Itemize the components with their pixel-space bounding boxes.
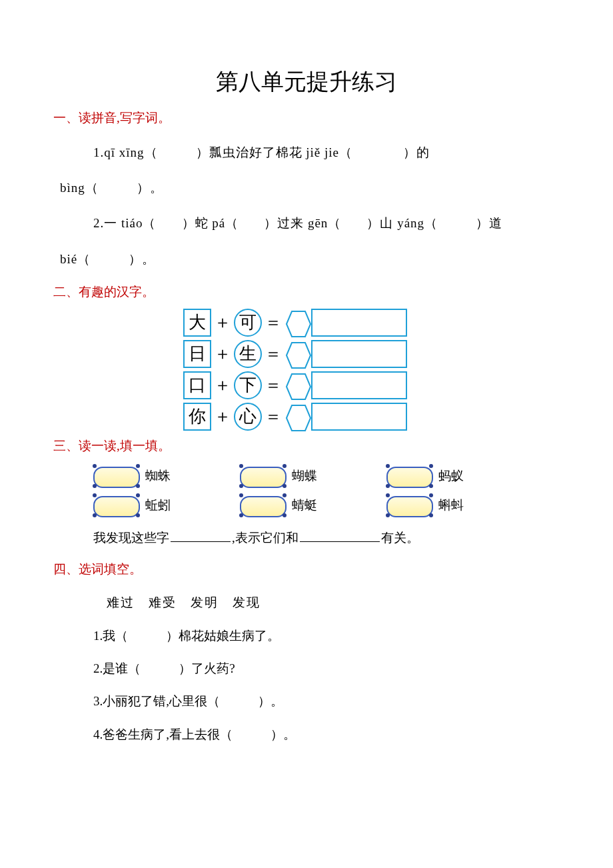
s4-q3-b: ）。	[258, 694, 283, 708]
s4-q3-a: 3.小丽犯了错,心里很（	[93, 694, 220, 708]
s1-line1: 1.qī xīng（ ）瓢虫治好了棉花 jiě jie（ ）的	[93, 135, 560, 170]
puzzle-row: 大 ＋ 可 ＝	[183, 309, 430, 337]
plus-icon: ＋	[214, 311, 231, 334]
plus-icon: ＋	[214, 373, 231, 397]
equals-icon: ＝	[265, 373, 282, 397]
bug-row: 蚯蚓 蜻蜓 蝌蚪	[93, 492, 560, 519]
puzzle-row: 你 ＋ 心 ＝	[183, 403, 430, 431]
s1-l1-d: bìng（	[60, 181, 99, 195]
hexagon-icon	[286, 341, 308, 367]
s4-q4: 4.爸爸生病了,看上去很（ ）。	[93, 718, 560, 751]
equals-icon: ＝	[265, 342, 282, 365]
pz-right: 下	[234, 371, 262, 399]
bug-label: 蜻蜓	[292, 497, 317, 514]
bug-label: 蚯蚓	[145, 497, 171, 514]
bug-icon	[386, 492, 437, 519]
section-3-head: 三、读一读,填一填。	[53, 437, 560, 455]
bug-item: 蜘蛛	[93, 463, 213, 489]
s1-l2-d: ）山 yáng（	[366, 216, 438, 230]
bug-label: 蜘蛛	[145, 467, 171, 485]
pz-right: 心	[234, 403, 262, 431]
s3-fill-b: ,表示它们和	[232, 531, 299, 545]
s1-l2-f: bié（	[60, 252, 91, 266]
answer-blank[interactable]	[311, 309, 407, 337]
pz-right: 可	[234, 309, 262, 337]
bug-label: 蝌蚪	[438, 497, 464, 514]
section-1-head: 一、读拼音,写字词。	[53, 109, 560, 127]
s1-l2-c: ）过来 gēn（	[264, 216, 341, 230]
pz-left: 日	[183, 340, 211, 368]
hexagon-icon	[286, 404, 308, 429]
puzzle-row: 日 ＋ 生 ＝	[183, 340, 430, 368]
s1-l2-g: ）。	[129, 252, 155, 266]
s1-l2-e: ）道	[476, 216, 502, 230]
s4-q1-b: ）棉花姑娘生病了。	[166, 629, 280, 643]
fill-blank[interactable]	[300, 529, 380, 542]
bug-item: 蚯蚓	[93, 492, 213, 519]
s3-fill-c: 有关。	[381, 531, 419, 545]
s1-l1-e: ）。	[137, 181, 163, 195]
s4-q2-a: 2.是谁（	[93, 661, 141, 675]
bug-item: 蜻蜓	[240, 492, 360, 519]
pz-left: 口	[183, 371, 211, 399]
equals-icon: ＝	[265, 311, 282, 334]
fill-blank[interactable]	[171, 529, 231, 542]
answer-blank[interactable]	[311, 340, 407, 368]
s1-l2-b: ）蛇 pá（	[182, 216, 239, 230]
s3-fill-a: 我发现这些字	[93, 531, 169, 545]
section-2-head: 二、有趣的汉字。	[53, 283, 560, 301]
hexagon-icon	[286, 310, 308, 335]
plus-icon: ＋	[214, 405, 231, 428]
s1-line2: 2.一 tiáo（ ）蛇 pá（ ）过来 gēn（ ）山 yáng（ ）道	[93, 205, 560, 241]
svg-marker-0	[287, 311, 310, 337]
bug-item: 蝴蝶	[240, 463, 360, 489]
s4-q1-a: 1.我（	[93, 629, 128, 643]
s1-l1-a: 1.qī xīng（	[93, 145, 158, 159]
section-4-head: 四、选词填空。	[53, 561, 560, 578]
bug-item: 蚂蚁	[386, 463, 506, 489]
s4-q4-b: ）。	[271, 727, 296, 741]
pz-left: 大	[183, 309, 211, 337]
char-puzzles: 大 ＋ 可 ＝ 日 ＋ 生 ＝ 口 ＋ 下 ＝ 你 ＋ 心	[183, 309, 430, 431]
bug-label: 蝴蝶	[292, 467, 317, 485]
word-bank: 难过 难受 发明 发现	[107, 586, 560, 619]
s1-l2-a: 2.一 tiáo（	[93, 216, 157, 230]
s4-q2-b: ）了火药?	[179, 661, 235, 675]
equals-icon: ＝	[265, 405, 282, 428]
svg-marker-2	[287, 374, 310, 399]
bug-icon	[93, 492, 144, 519]
bug-label: 蚂蚁	[438, 467, 464, 485]
pz-right: 生	[234, 340, 262, 368]
pz-left: 你	[183, 403, 211, 431]
answer-blank[interactable]	[311, 371, 407, 399]
s4-q3: 3.小丽犯了错,心里很（ ）。	[93, 685, 560, 717]
s4-q2: 2.是谁（ ）了火药?	[93, 652, 560, 685]
s1-line1b: bìng（ ）。	[60, 170, 560, 205]
bug-icon	[93, 463, 144, 489]
s4-q4-a: 4.爸爸生病了,看上去很（	[93, 727, 233, 741]
bug-words: 蜘蛛 蝴蝶 蚂蚁 蚯蚓 蜻蜓 蝌蚪	[93, 463, 560, 519]
svg-marker-3	[287, 405, 310, 431]
bug-icon	[386, 463, 437, 489]
bug-icon	[240, 492, 291, 519]
s1-l1-b: ）瓢虫治好了棉花 jiě jie（	[196, 145, 352, 159]
s3-fill: 我发现这些字,表示它们和有关。	[93, 521, 560, 554]
bug-icon	[240, 463, 291, 489]
plus-icon: ＋	[214, 342, 231, 365]
s4-q1: 1.我（ ）棉花姑娘生病了。	[93, 619, 560, 652]
s1-line2b: bié（ ）。	[60, 241, 560, 277]
bug-item: 蝌蚪	[386, 492, 506, 519]
puzzle-row: 口 ＋ 下 ＝	[183, 371, 430, 399]
svg-marker-1	[287, 343, 310, 368]
s1-l1-c: ）的	[403, 145, 430, 159]
bug-row: 蜘蛛 蝴蝶 蚂蚁	[93, 463, 560, 489]
answer-blank[interactable]	[311, 403, 407, 431]
hexagon-icon	[286, 373, 308, 398]
page-title: 第八单元提升练习	[53, 67, 560, 97]
